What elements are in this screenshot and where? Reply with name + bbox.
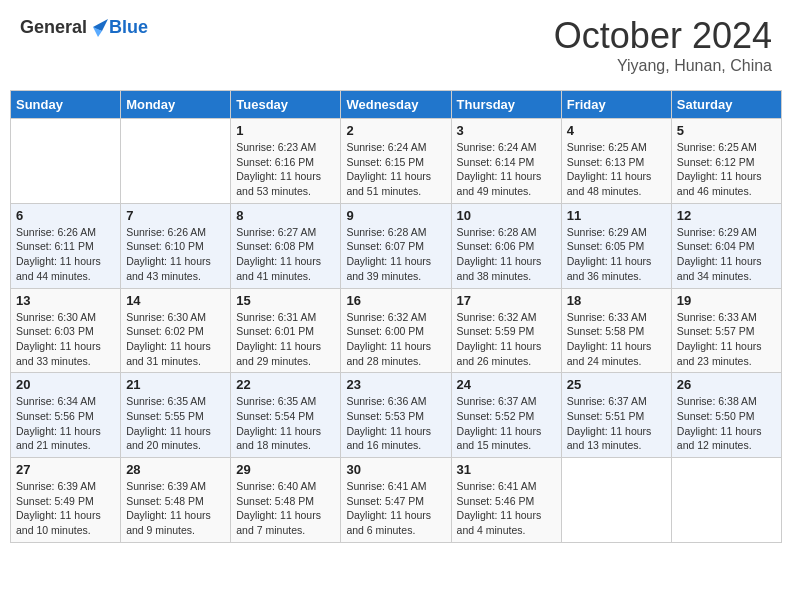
- sun-info: Sunrise: 6:32 AMSunset: 5:59 PMDaylight:…: [457, 310, 556, 369]
- calendar-title: October 2024: [554, 15, 772, 57]
- calendar-cell: 28Sunrise: 6:39 AMSunset: 5:48 PMDayligh…: [121, 458, 231, 543]
- day-number: 31: [457, 462, 556, 477]
- sun-info: Sunrise: 6:29 AMSunset: 6:04 PMDaylight:…: [677, 225, 776, 284]
- day-number: 24: [457, 377, 556, 392]
- calendar-cell: 30Sunrise: 6:41 AMSunset: 5:47 PMDayligh…: [341, 458, 451, 543]
- calendar-cell: 3Sunrise: 6:24 AMSunset: 6:14 PMDaylight…: [451, 119, 561, 204]
- day-number: 29: [236, 462, 335, 477]
- day-number: 12: [677, 208, 776, 223]
- day-number: 11: [567, 208, 666, 223]
- calendar-cell: 20Sunrise: 6:34 AMSunset: 5:56 PMDayligh…: [11, 373, 121, 458]
- sun-info: Sunrise: 6:39 AMSunset: 5:48 PMDaylight:…: [126, 479, 225, 538]
- week-row-1: 1Sunrise: 6:23 AMSunset: 6:16 PMDaylight…: [11, 119, 782, 204]
- header-friday: Friday: [561, 91, 671, 119]
- sun-info: Sunrise: 6:33 AMSunset: 5:57 PMDaylight:…: [677, 310, 776, 369]
- calendar-cell: 11Sunrise: 6:29 AMSunset: 6:05 PMDayligh…: [561, 203, 671, 288]
- sun-info: Sunrise: 6:37 AMSunset: 5:51 PMDaylight:…: [567, 394, 666, 453]
- day-number: 25: [567, 377, 666, 392]
- week-row-2: 6Sunrise: 6:26 AMSunset: 6:11 PMDaylight…: [11, 203, 782, 288]
- calendar-cell: [561, 458, 671, 543]
- calendar-cell: [671, 458, 781, 543]
- day-number: 3: [457, 123, 556, 138]
- day-number: 5: [677, 123, 776, 138]
- week-row-3: 13Sunrise: 6:30 AMSunset: 6:03 PMDayligh…: [11, 288, 782, 373]
- calendar-cell: [121, 119, 231, 204]
- sun-info: Sunrise: 6:25 AMSunset: 6:12 PMDaylight:…: [677, 140, 776, 199]
- calendar-cell: 5Sunrise: 6:25 AMSunset: 6:12 PMDaylight…: [671, 119, 781, 204]
- header-sunday: Sunday: [11, 91, 121, 119]
- sun-info: Sunrise: 6:23 AMSunset: 6:16 PMDaylight:…: [236, 140, 335, 199]
- sun-info: Sunrise: 6:31 AMSunset: 6:01 PMDaylight:…: [236, 310, 335, 369]
- header-thursday: Thursday: [451, 91, 561, 119]
- calendar-table: SundayMondayTuesdayWednesdayThursdayFrid…: [10, 90, 782, 543]
- day-number: 16: [346, 293, 445, 308]
- day-number: 6: [16, 208, 115, 223]
- sun-info: Sunrise: 6:41 AMSunset: 5:46 PMDaylight:…: [457, 479, 556, 538]
- calendar-cell: 19Sunrise: 6:33 AMSunset: 5:57 PMDayligh…: [671, 288, 781, 373]
- day-number: 22: [236, 377, 335, 392]
- calendar-cell: 25Sunrise: 6:37 AMSunset: 5:51 PMDayligh…: [561, 373, 671, 458]
- calendar-cell: 21Sunrise: 6:35 AMSunset: 5:55 PMDayligh…: [121, 373, 231, 458]
- logo-bird-icon: [88, 15, 108, 39]
- day-number: 23: [346, 377, 445, 392]
- sun-info: Sunrise: 6:34 AMSunset: 5:56 PMDaylight:…: [16, 394, 115, 453]
- sun-info: Sunrise: 6:24 AMSunset: 6:15 PMDaylight:…: [346, 140, 445, 199]
- day-number: 27: [16, 462, 115, 477]
- calendar-cell: 16Sunrise: 6:32 AMSunset: 6:00 PMDayligh…: [341, 288, 451, 373]
- day-number: 14: [126, 293, 225, 308]
- day-number: 30: [346, 462, 445, 477]
- calendar-cell: 2Sunrise: 6:24 AMSunset: 6:15 PMDaylight…: [341, 119, 451, 204]
- calendar-cell: 22Sunrise: 6:35 AMSunset: 5:54 PMDayligh…: [231, 373, 341, 458]
- calendar-header-row: SundayMondayTuesdayWednesdayThursdayFrid…: [11, 91, 782, 119]
- calendar-cell: 8Sunrise: 6:27 AMSunset: 6:08 PMDaylight…: [231, 203, 341, 288]
- calendar-cell: 23Sunrise: 6:36 AMSunset: 5:53 PMDayligh…: [341, 373, 451, 458]
- title-block: October 2024 Yiyang, Hunan, China: [554, 15, 772, 75]
- calendar-cell: 26Sunrise: 6:38 AMSunset: 5:50 PMDayligh…: [671, 373, 781, 458]
- calendar-cell: 13Sunrise: 6:30 AMSunset: 6:03 PMDayligh…: [11, 288, 121, 373]
- logo-text-general: General: [20, 17, 87, 38]
- calendar-cell: 24Sunrise: 6:37 AMSunset: 5:52 PMDayligh…: [451, 373, 561, 458]
- sun-info: Sunrise: 6:30 AMSunset: 6:03 PMDaylight:…: [16, 310, 115, 369]
- calendar-cell: 18Sunrise: 6:33 AMSunset: 5:58 PMDayligh…: [561, 288, 671, 373]
- calendar-cell: 17Sunrise: 6:32 AMSunset: 5:59 PMDayligh…: [451, 288, 561, 373]
- logo-text-blue: Blue: [109, 17, 148, 38]
- header-saturday: Saturday: [671, 91, 781, 119]
- day-number: 2: [346, 123, 445, 138]
- day-number: 20: [16, 377, 115, 392]
- day-number: 21: [126, 377, 225, 392]
- day-number: 26: [677, 377, 776, 392]
- sun-info: Sunrise: 6:29 AMSunset: 6:05 PMDaylight:…: [567, 225, 666, 284]
- day-number: 28: [126, 462, 225, 477]
- sun-info: Sunrise: 6:35 AMSunset: 5:54 PMDaylight:…: [236, 394, 335, 453]
- sun-info: Sunrise: 6:41 AMSunset: 5:47 PMDaylight:…: [346, 479, 445, 538]
- day-number: 17: [457, 293, 556, 308]
- calendar-cell: 7Sunrise: 6:26 AMSunset: 6:10 PMDaylight…: [121, 203, 231, 288]
- logo: General Blue: [20, 15, 148, 39]
- sun-info: Sunrise: 6:33 AMSunset: 5:58 PMDaylight:…: [567, 310, 666, 369]
- sun-info: Sunrise: 6:25 AMSunset: 6:13 PMDaylight:…: [567, 140, 666, 199]
- day-number: 13: [16, 293, 115, 308]
- calendar-cell: 6Sunrise: 6:26 AMSunset: 6:11 PMDaylight…: [11, 203, 121, 288]
- day-number: 10: [457, 208, 556, 223]
- sun-info: Sunrise: 6:37 AMSunset: 5:52 PMDaylight:…: [457, 394, 556, 453]
- sun-info: Sunrise: 6:28 AMSunset: 6:07 PMDaylight:…: [346, 225, 445, 284]
- sun-info: Sunrise: 6:39 AMSunset: 5:49 PMDaylight:…: [16, 479, 115, 538]
- calendar-cell: 31Sunrise: 6:41 AMSunset: 5:46 PMDayligh…: [451, 458, 561, 543]
- sun-info: Sunrise: 6:35 AMSunset: 5:55 PMDaylight:…: [126, 394, 225, 453]
- day-number: 18: [567, 293, 666, 308]
- week-row-5: 27Sunrise: 6:39 AMSunset: 5:49 PMDayligh…: [11, 458, 782, 543]
- day-number: 8: [236, 208, 335, 223]
- sun-info: Sunrise: 6:26 AMSunset: 6:11 PMDaylight:…: [16, 225, 115, 284]
- header-wednesday: Wednesday: [341, 91, 451, 119]
- sun-info: Sunrise: 6:26 AMSunset: 6:10 PMDaylight:…: [126, 225, 225, 284]
- day-number: 9: [346, 208, 445, 223]
- calendar-cell: 27Sunrise: 6:39 AMSunset: 5:49 PMDayligh…: [11, 458, 121, 543]
- calendar-cell: 4Sunrise: 6:25 AMSunset: 6:13 PMDaylight…: [561, 119, 671, 204]
- calendar-cell: 9Sunrise: 6:28 AMSunset: 6:07 PMDaylight…: [341, 203, 451, 288]
- day-number: 15: [236, 293, 335, 308]
- calendar-subtitle: Yiyang, Hunan, China: [554, 57, 772, 75]
- sun-info: Sunrise: 6:38 AMSunset: 5:50 PMDaylight:…: [677, 394, 776, 453]
- sun-info: Sunrise: 6:28 AMSunset: 6:06 PMDaylight:…: [457, 225, 556, 284]
- sun-info: Sunrise: 6:24 AMSunset: 6:14 PMDaylight:…: [457, 140, 556, 199]
- header-tuesday: Tuesday: [231, 91, 341, 119]
